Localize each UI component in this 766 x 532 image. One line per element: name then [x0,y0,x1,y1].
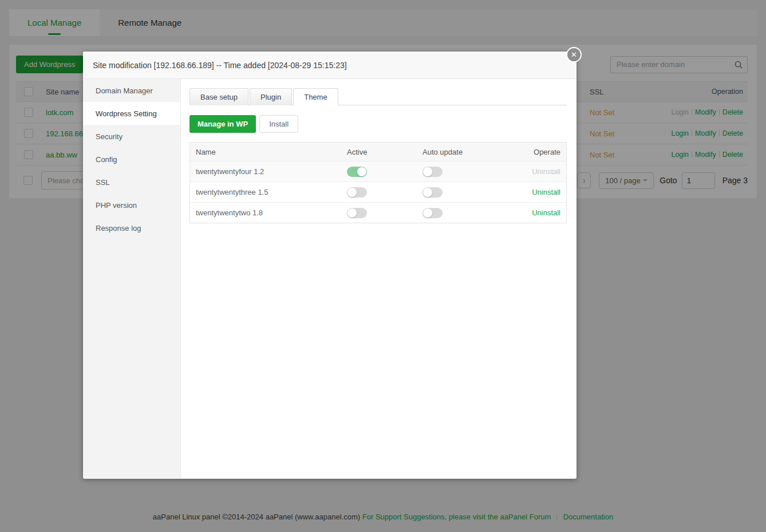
sidebar-item-ssl[interactable]: SSL [83,171,180,194]
table-row: twentytwentyfour 1.2 Uninstall [190,161,566,182]
close-icon[interactable]: ✕ [566,47,582,62]
column-operate: Operate [526,148,566,156]
sidebar-item-domain-manager[interactable]: Domain Manager [83,79,180,102]
auto-update-toggle[interactable] [423,187,443,198]
tab-plugin[interactable]: Plugin [250,88,292,105]
tab-base-setup[interactable]: Base setup [189,88,248,105]
theme-table-header: Name Active Auto update Operate [190,143,566,161]
theme-actions: Manage in WP Install [189,115,567,133]
column-auto-update: Auto update [417,148,526,156]
modal-sidebar: Domain Manager Wordpress Setting Securit… [83,79,181,478]
column-active: Active [341,148,417,156]
uninstall-link[interactable]: Uninstall [532,167,560,176]
active-toggle[interactable] [347,167,367,177]
wordpress-setting-tabs: Base setup Plugin Theme [189,88,567,105]
active-toggle[interactable] [347,187,367,198]
manage-in-wp-button[interactable]: Manage in WP [189,115,256,133]
modal-title: Site modification [192.168.66.189] -- Ti… [83,52,577,79]
auto-update-toggle[interactable] [423,167,443,177]
uninstall-link[interactable]: Uninstall [532,208,560,217]
site-modification-modal: ✕ Site modification [192.168.66.189] -- … [83,52,577,479]
tab-theme[interactable]: Theme [293,88,338,105]
sidebar-item-wordpress-setting[interactable]: Wordpress Setting [83,102,180,125]
install-button[interactable]: Install [259,115,298,133]
table-row: twentytwentytwo 1.8 Uninstall [190,202,566,223]
theme-table: Name Active Auto update Operate twentytw… [189,142,567,223]
sidebar-item-response-log[interactable]: Response log [83,216,180,239]
table-row: twentytwentythree 1.5 Uninstall [190,182,566,202]
modal-content: Base setup Plugin Theme Manage in WP Ins… [181,79,577,478]
theme-name: twentytwentyfour 1.2 [190,167,341,176]
column-name: Name [190,148,341,156]
sidebar-item-php-version[interactable]: PHP version [83,194,180,216]
theme-name: twentytwentytwo 1.8 [190,208,341,217]
sidebar-item-config[interactable]: Config [83,148,180,171]
uninstall-link[interactable]: Uninstall [532,188,560,196]
auto-update-toggle[interactable] [423,208,443,218]
active-toggle[interactable] [347,208,367,218]
theme-name: twentytwentythree 1.5 [190,188,341,196]
sidebar-item-security[interactable]: Security [83,125,180,148]
